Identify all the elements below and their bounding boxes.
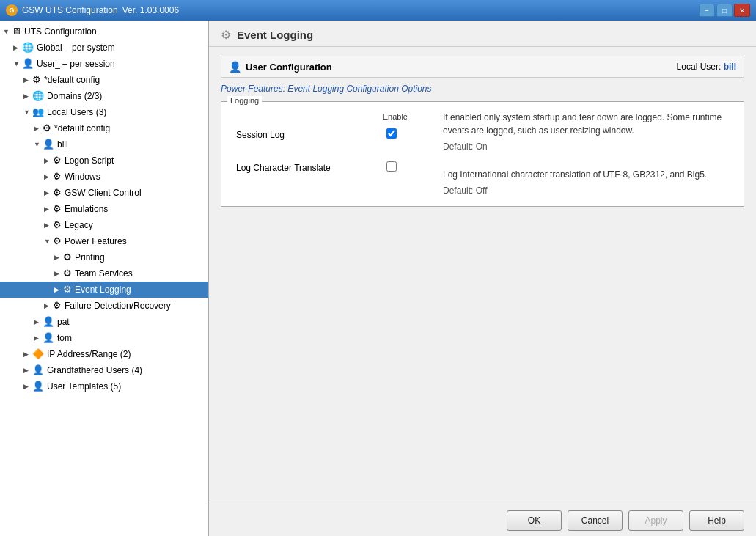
tree-item-power-features[interactable]: ▼⚙Power Features (0, 233, 208, 249)
table-row: Session Log (230, 122, 414, 144)
restore-button[interactable]: □ (716, 4, 733, 17)
minimize-button[interactable]: − (699, 4, 715, 17)
tree-item-label: Grandfathered Users (4) (47, 364, 142, 377)
tree-item-bill[interactable]: ▼👤bill (0, 136, 208, 153)
tree-item-label: Team Services (75, 267, 133, 280)
help-text-area: If enabled only system startup and tear … (443, 111, 735, 197)
gear-icon: ⚙ (53, 219, 62, 232)
tree-expand-icon: ▶ (34, 122, 41, 135)
tree-item-label: pat (57, 315, 70, 328)
tree-expand-icon: ▶ (44, 154, 51, 167)
tree-expand-icon: ▶ (44, 219, 51, 232)
local-user-name[interactable]: bill (724, 62, 736, 72)
app-title: GSW UTS Configuration (22, 5, 118, 15)
tree-expand-icon: ▼ (23, 106, 31, 119)
help-button[interactable]: Help (689, 510, 744, 531)
enable-col-header: Enable (370, 111, 414, 122)
help-block-0: If enabled only system startup and tear … (443, 111, 735, 153)
user-icon: 👤 (43, 315, 54, 328)
tree-item-ip-address[interactable]: ▶🔶IP Address/Range (2) (0, 346, 208, 362)
gear-icon: ⚙ (63, 267, 72, 280)
tree-item-label: tom (57, 331, 72, 345)
local-user-label: Local User: (677, 62, 722, 72)
tree-item-user-templates[interactable]: ▶👤User Templates (5) (0, 378, 208, 394)
tree-expand-icon: ▶ (54, 267, 62, 280)
gear-icon: ⚙ (53, 154, 62, 167)
help-block-1: Log International character translation … (443, 168, 735, 197)
user-icon: 👤 (22, 57, 34, 70)
power-features-link[interactable]: Power Features: Event Logging Configurat… (221, 84, 432, 94)
tree-item-team-services[interactable]: ▶⚙Team Services (0, 265, 208, 282)
tree-expand-icon: ▶ (23, 73, 31, 87)
tree-item-label: IP Address/Range (2) (47, 348, 131, 361)
tree-expand-icon: ▶ (23, 364, 31, 377)
tree-expand-icon: ▶ (54, 283, 62, 296)
tree-expand-icon: ▶ (23, 348, 31, 361)
tree-expand-icon: ▶ (13, 41, 21, 54)
tree-expand-icon: ▶ (54, 251, 62, 264)
tree-item-emulations[interactable]: ▶⚙Emulations (0, 201, 208, 217)
tree-item-label: Legacy (65, 219, 93, 232)
logging-group-box: Logging Enable Session LogLog Charact (221, 101, 744, 207)
tree-item-label: Global – per system (37, 41, 115, 54)
local-user-info: Local User: bill (677, 62, 736, 72)
tree-item-gsw-client-control[interactable]: ▶⚙GSW Client Control (0, 185, 208, 201)
gear-icon: ⚙ (53, 170, 62, 183)
tree-item-failure-detection[interactable]: ▶⚙Failure Detection/Recovery (0, 298, 208, 314)
tree-expand-icon: ▶ (44, 186, 51, 199)
user-config-title: User Configuration (246, 62, 332, 73)
tree-expand-icon: ▶ (44, 299, 51, 312)
ok-button[interactable]: OK (507, 510, 562, 531)
tree-item-domains[interactable]: ▶🌐Domains (2/3) (0, 88, 208, 104)
tree-item-label: Local Users (3) (47, 106, 106, 119)
tree-item-uts-config[interactable]: ▼🖥UTS Configuration (0, 23, 208, 40)
tree-item-default-config-top[interactable]: ▶⚙*default config (0, 72, 208, 88)
tree-item-label: Domains (2/3) (47, 89, 102, 103)
tree-expand-icon: ▼ (3, 25, 10, 38)
logging-table: Enable Session LogLog Character Translat… (230, 111, 414, 177)
tree-expand-icon: ▶ (44, 202, 51, 216)
row-checkbox-cell (370, 122, 414, 144)
tree-item-label: bill (57, 138, 68, 151)
gear-icon: ⚙ (32, 73, 41, 87)
tree-item-user[interactable]: ▼👤User_ – per session (0, 56, 208, 72)
close-button[interactable]: ✕ (734, 4, 750, 17)
globe-icon: 🌐 (32, 89, 44, 103)
gear-icon: ⚙ (63, 251, 72, 264)
tree-item-default-config-users[interactable]: ▶⚙*default config (0, 120, 208, 136)
tree-item-windows[interactable]: ▶⚙Windows (0, 169, 208, 185)
tree-item-legacy[interactable]: ▶⚙Legacy (0, 217, 208, 233)
row-label: Log Character Translate (230, 144, 370, 177)
tree-item-tom[interactable]: ▶👤tom (0, 330, 208, 346)
apply-button[interactable]: Apply (628, 510, 683, 531)
computer-icon: 🖥 (12, 25, 21, 38)
gear-icon: ⚙ (63, 283, 72, 296)
help-default: Default: Off (443, 184, 735, 197)
logging-content: Enable Session LogLog Character Translat… (230, 111, 735, 197)
session-log-checkbox[interactable] (386, 128, 397, 139)
log-character-translate-checkbox[interactable] (386, 161, 397, 172)
globe-icon: 🌐 (22, 41, 34, 54)
tree-expand-icon: ▶ (34, 331, 41, 345)
tree-expand-icon: ▶ (23, 89, 31, 103)
logging-group-title: Logging (227, 96, 262, 105)
tree-item-printing[interactable]: ▶⚙Printing (0, 249, 208, 265)
tree-item-logon-script[interactable]: ▶⚙Logon Script (0, 153, 208, 169)
tree-item-grandfathered-users[interactable]: ▶👤Grandfathered Users (4) (0, 362, 208, 378)
button-bar: OK Cancel Apply Help (209, 504, 756, 536)
tree-item-global[interactable]: ▶🌐Global – per system (0, 40, 208, 56)
shield-icon: 🔶 (32, 348, 44, 361)
tree-item-label: *default config (44, 73, 100, 87)
user-icon: 👤 (43, 331, 54, 345)
tree-item-pat[interactable]: ▶👤pat (0, 314, 208, 330)
users-icon: 👥 (32, 106, 44, 119)
content-panel: ⚙ Event Logging 👤 User Configuration Loc… (209, 21, 756, 536)
content-header: ⚙ Event Logging (209, 21, 756, 47)
tree-expand-icon: ▶ (44, 170, 51, 183)
tree-item-label: Emulations (65, 202, 108, 216)
cancel-button[interactable]: Cancel (568, 510, 623, 531)
tree-item-label: Event Logging (75, 283, 131, 296)
tree-panel: ▼🖥UTS Configuration▶🌐Global – per system… (0, 21, 209, 536)
tree-item-local-users[interactable]: ▼👥Local Users (3) (0, 104, 208, 120)
tree-item-event-logging[interactable]: ▶⚙Event Logging (0, 282, 208, 298)
